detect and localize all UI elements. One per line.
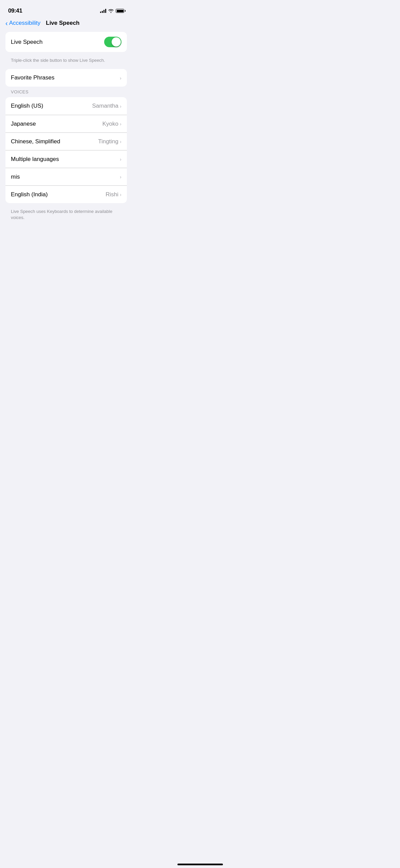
status-bar: 09:41 bbox=[0, 0, 132, 17]
back-chevron-icon: ‹ bbox=[5, 20, 8, 26]
voice-language-english-us: English (US) bbox=[11, 103, 43, 109]
voice-chevron-english-india-icon: › bbox=[120, 192, 121, 197]
live-speech-card: Live Speech bbox=[5, 32, 127, 52]
voice-chevron-chinese-simplified-icon: › bbox=[120, 139, 121, 144]
live-speech-helper: Triple-click the side button to show Liv… bbox=[5, 55, 127, 69]
back-label: Accessibility bbox=[9, 20, 41, 26]
voice-name-english-india: Rishi bbox=[106, 191, 118, 198]
voice-chevron-english-us-icon: › bbox=[120, 103, 121, 109]
voice-row-japanese[interactable]: Japanese Kyoko › bbox=[5, 115, 127, 132]
battery-icon bbox=[116, 9, 124, 13]
voice-row-multiple-languages[interactable]: Multiple languages › bbox=[5, 150, 127, 168]
voice-right-english-india: Rishi › bbox=[106, 191, 121, 198]
voice-name-chinese-simplified: Tingting bbox=[98, 138, 118, 145]
nav-header: ‹ Accessibility Live Speech bbox=[0, 17, 132, 32]
voice-language-japanese: Japanese bbox=[11, 121, 36, 127]
voice-language-mis: mis bbox=[11, 174, 20, 180]
content: Live Speech Triple-click the side button… bbox=[0, 32, 132, 227]
status-time: 09:41 bbox=[8, 7, 22, 14]
voice-row-english-us[interactable]: English (US) Samantha › bbox=[5, 97, 127, 115]
voice-right-multiple: › bbox=[120, 156, 121, 162]
voice-language-multiple: Multiple languages bbox=[11, 156, 59, 163]
voice-row-english-india[interactable]: English (India) Rishi › bbox=[5, 185, 127, 203]
wifi-icon bbox=[108, 9, 114, 13]
status-icons bbox=[100, 9, 124, 13]
voice-right-japanese: Kyoko › bbox=[102, 121, 121, 127]
signal-icon bbox=[100, 9, 106, 13]
favorite-phrases-card: Favorite Phrases › bbox=[5, 69, 127, 87]
favorite-phrases-label: Favorite Phrases bbox=[11, 74, 55, 81]
voices-footer: Live Speech uses Keyboards to determine … bbox=[5, 206, 127, 226]
voice-right-mis: › bbox=[120, 174, 121, 180]
voice-language-chinese-simplified: Chinese, Simplified bbox=[11, 138, 60, 145]
voice-name-japanese: Kyoko bbox=[102, 121, 118, 127]
favorite-phrases-row[interactable]: Favorite Phrases › bbox=[5, 69, 127, 87]
voices-section-label: VOICES bbox=[5, 89, 127, 97]
toggle-knob bbox=[112, 37, 121, 47]
voices-card: English (US) Samantha › Japanese Kyoko ›… bbox=[5, 97, 127, 203]
voice-chevron-mis-icon: › bbox=[120, 174, 121, 180]
live-speech-label: Live Speech bbox=[11, 39, 43, 46]
live-speech-toggle[interactable] bbox=[104, 37, 121, 47]
voice-chevron-multiple-icon: › bbox=[120, 156, 121, 162]
voice-row-chinese-simplified[interactable]: Chinese, Simplified Tingting › bbox=[5, 132, 127, 150]
voice-language-english-india: English (India) bbox=[11, 191, 48, 198]
back-button[interactable]: ‹ Accessibility bbox=[5, 20, 40, 26]
favorite-phrases-right: › bbox=[120, 75, 121, 81]
voice-right-chinese-simplified: Tingting › bbox=[98, 138, 121, 145]
voice-chevron-japanese-icon: › bbox=[120, 121, 121, 127]
page-title: Live Speech bbox=[46, 20, 79, 26]
voice-right-english-us: Samantha › bbox=[92, 103, 122, 109]
voice-row-mis[interactable]: mis › bbox=[5, 168, 127, 185]
live-speech-row: Live Speech bbox=[5, 32, 127, 52]
voice-name-english-us: Samantha bbox=[92, 103, 119, 109]
favorite-phrases-chevron-icon: › bbox=[120, 75, 121, 81]
